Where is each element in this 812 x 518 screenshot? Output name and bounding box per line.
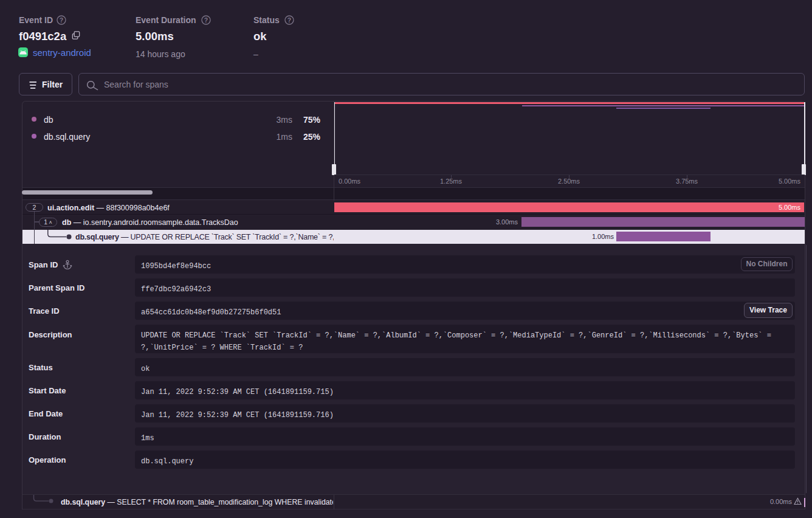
svg-text:?: ? <box>60 16 63 24</box>
svg-text:?: ? <box>287 16 291 24</box>
svg-text:?: ? <box>204 16 208 24</box>
